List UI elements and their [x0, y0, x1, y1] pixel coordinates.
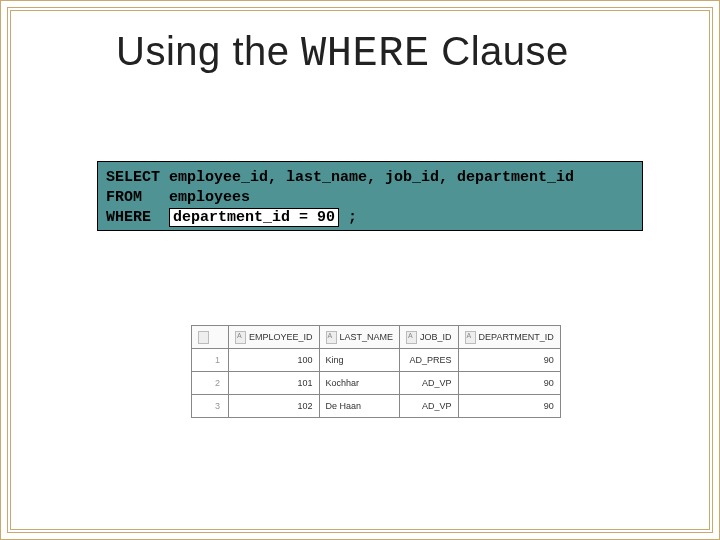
- sql-where-condition: department_id = 90: [169, 208, 339, 227]
- cell-employee-id: 102: [229, 395, 320, 418]
- table-row: 3 102 De Haan AD_VP 90: [192, 395, 561, 418]
- col-label: JOB_ID: [420, 331, 452, 341]
- cell-rownum: 3: [192, 395, 229, 418]
- cell-rownum: 1: [192, 349, 229, 372]
- sql-select-kw: SELECT: [106, 169, 160, 186]
- column-icon: [326, 331, 337, 344]
- slide-title: Using the WHERE Clause: [116, 29, 569, 78]
- col-label: DEPARTMENT_ID: [479, 331, 554, 341]
- cell-department-id: 90: [458, 395, 560, 418]
- title-suffix: Clause: [430, 29, 569, 73]
- column-icon: [406, 331, 417, 344]
- col-label: EMPLOYEE_ID: [249, 331, 313, 341]
- cell-job-id: AD_VP: [400, 395, 459, 418]
- query-result-panel: EMPLOYEE_ID LAST_NAME JOB_ID DEPARTMENT_…: [191, 325, 561, 418]
- col-employee-id: EMPLOYEE_ID: [229, 326, 320, 349]
- column-icon: [235, 331, 246, 344]
- cell-last-name: Kochhar: [319, 372, 400, 395]
- sql-from-kw: FROM: [106, 189, 142, 206]
- border-decoration-inner: [10, 10, 710, 530]
- result-table: EMPLOYEE_ID LAST_NAME JOB_ID DEPARTMENT_…: [191, 325, 561, 418]
- table-header-row: EMPLOYEE_ID LAST_NAME JOB_ID DEPARTMENT_…: [192, 326, 561, 349]
- col-last-name: LAST_NAME: [319, 326, 400, 349]
- cell-department-id: 90: [458, 349, 560, 372]
- sql-select-cols: employee_id, last_name, job_id, departme…: [169, 169, 574, 186]
- title-keyword: WHERE: [301, 30, 430, 78]
- slide-container: Using the WHERE Clause SELECT employee_i…: [0, 0, 720, 540]
- cell-job-id: AD_VP: [400, 372, 459, 395]
- cell-last-name: De Haan: [319, 395, 400, 418]
- column-icon: [465, 331, 476, 344]
- cell-job-id: AD_PRES: [400, 349, 459, 372]
- cell-employee-id: 100: [229, 349, 320, 372]
- table-row: 2 101 Kochhar AD_VP 90: [192, 372, 561, 395]
- sql-terminator: ;: [348, 209, 357, 226]
- cell-rownum: 2: [192, 372, 229, 395]
- column-icon: [198, 331, 209, 344]
- col-rownum: [192, 326, 229, 349]
- col-department-id: DEPARTMENT_ID: [458, 326, 560, 349]
- cell-employee-id: 101: [229, 372, 320, 395]
- table-row: 1 100 King AD_PRES 90: [192, 349, 561, 372]
- cell-department-id: 90: [458, 372, 560, 395]
- sql-code-block: SELECT employee_id, last_name, job_id, d…: [97, 161, 643, 231]
- col-job-id: JOB_ID: [400, 326, 459, 349]
- sql-where-kw: WHERE: [106, 209, 151, 226]
- title-prefix: Using the: [116, 29, 301, 73]
- col-label: LAST_NAME: [340, 331, 394, 341]
- sql-from-table: employees: [169, 189, 250, 206]
- cell-last-name: King: [319, 349, 400, 372]
